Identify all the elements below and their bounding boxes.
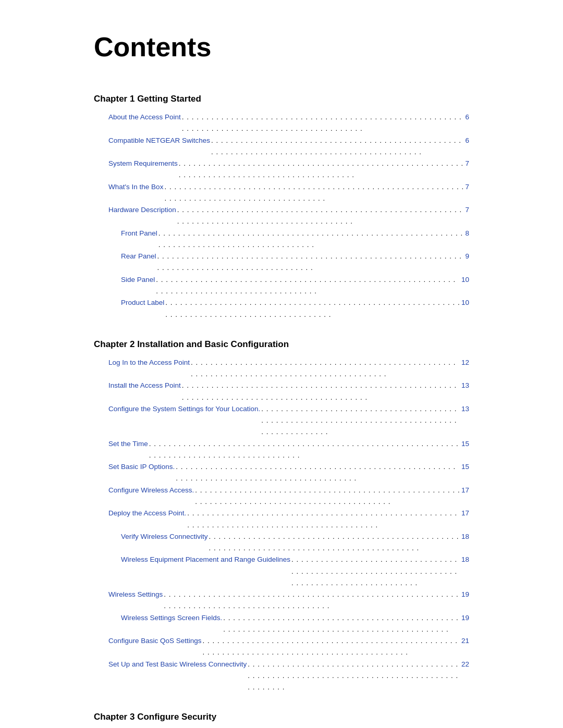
toc-entry-label[interactable]: Side Panel <box>121 274 155 286</box>
toc-dots <box>164 589 460 612</box>
chapter-section-chapter1: Chapter 1 Getting StartedAbout the Acces… <box>94 94 469 320</box>
toc-dots <box>158 228 464 251</box>
toc-entry: Set Basic IP Options.15 <box>94 461 469 485</box>
chapter-section-chapter3: Chapter 3 Configure SecuritySecurity Pro… <box>94 712 469 728</box>
toc-entry: Log In to the Access Point12 <box>94 357 469 380</box>
toc-page-number: 13 <box>461 380 469 391</box>
toc-page-number: 15 <box>461 461 469 473</box>
toc-entry: Deploy the Access Point.17 <box>94 508 469 531</box>
toc-entry: Wireless Settings Screen Fields.19 <box>94 612 469 636</box>
toc-dots <box>191 357 460 380</box>
toc-entry: Configure Wireless Access.17 <box>94 485 469 508</box>
chapter-section-chapter2: Chapter 2 Installation and Basic Configu… <box>94 339 469 694</box>
toc-entry: Front Panel8 <box>94 228 469 251</box>
toc-page-number: 6 <box>465 112 469 123</box>
chapter-heading-chapter1: Chapter 1 Getting Started <box>94 94 469 104</box>
toc-dots <box>164 181 464 205</box>
toc-entry: Rear Panel9 <box>94 251 469 274</box>
toc-dots <box>179 158 464 181</box>
toc-entry: Install the Access Point13 <box>94 380 469 403</box>
toc-dots <box>211 135 464 158</box>
toc-entry: What's In the Box7 <box>94 181 469 205</box>
toc-entry: Wireless Settings19 <box>94 589 469 612</box>
toc-entry-label[interactable]: About the Access Point <box>108 112 181 123</box>
toc-entry: Hardware Description7 <box>94 204 469 228</box>
toc-page-number: 19 <box>461 612 469 624</box>
toc-page-number: 7 <box>465 181 469 193</box>
toc-entry-label[interactable]: Log In to the Access Point <box>108 357 190 368</box>
toc-dots <box>195 485 460 508</box>
toc-entry-label[interactable]: Hardware Description <box>108 204 176 216</box>
toc-entry-label[interactable]: Product Label <box>121 297 164 309</box>
toc-page-number: 10 <box>461 274 469 286</box>
toc-entry: Configure the System Settings for Your L… <box>94 403 469 438</box>
toc-entry: Compatible NETGEAR Switches6 <box>94 135 469 158</box>
chapter-heading-chapter2: Chapter 2 Installation and Basic Configu… <box>94 339 469 350</box>
toc-entry-label[interactable]: Set the Time <box>108 438 148 450</box>
toc-page-number: 21 <box>461 635 469 647</box>
toc-dots <box>149 438 460 462</box>
chapter-heading-chapter3: Chapter 3 Configure Security <box>94 712 469 722</box>
toc-entry-label[interactable]: Install the Access Point <box>108 380 181 391</box>
toc-entry-label[interactable]: Wireless Settings <box>108 589 163 600</box>
toc-entry: Set the Time15 <box>94 438 469 462</box>
toc-entry-label[interactable]: Front Panel <box>121 228 157 239</box>
toc-dots <box>248 659 460 694</box>
toc-dots <box>291 554 460 589</box>
toc-dots <box>182 112 464 135</box>
toc-page-number: 17 <box>461 485 469 496</box>
toc-entry: Wireless Equipment Placement and Range G… <box>94 554 469 589</box>
page-container: Contents Chapter 1 Getting StartedAbout … <box>0 0 563 728</box>
toc-entry-label[interactable]: Deploy the Access Point. <box>108 508 186 519</box>
toc-entry-label[interactable]: Wireless Equipment Placement and Range G… <box>121 554 290 565</box>
toc-entry-label[interactable]: System Requirements <box>108 158 178 169</box>
toc-dots <box>261 403 460 438</box>
toc-dots <box>165 297 460 320</box>
toc-entry-label[interactable]: Verify Wireless Connectivity <box>121 531 208 542</box>
toc-entry-label[interactable]: Configure Basic QoS Settings <box>108 635 202 647</box>
toc-page-number: 7 <box>465 158 469 169</box>
toc-dots <box>177 204 464 228</box>
toc-page-number: 10 <box>461 297 469 309</box>
toc-entry: Product Label10 <box>94 297 469 320</box>
toc-page-number: 15 <box>461 438 469 450</box>
toc-page-number: 12 <box>461 357 469 368</box>
page-title: Contents <box>94 31 469 63</box>
toc-entry-label[interactable]: Configure Wireless Access. <box>108 485 194 496</box>
toc-page-number: 9 <box>465 251 469 262</box>
toc-page-number: 17 <box>461 508 469 519</box>
toc-dots <box>203 635 460 659</box>
toc-page-number: 6 <box>465 135 469 146</box>
toc-dots <box>156 274 460 298</box>
toc-page-number: 8 <box>465 228 469 239</box>
toc-dots <box>223 612 460 636</box>
toc-dots <box>157 251 464 274</box>
toc-entry: Side Panel10 <box>94 274 469 298</box>
toc-entry-label[interactable]: Set Basic IP Options. <box>108 461 175 473</box>
toc-entry-label[interactable]: What's In the Box <box>108 181 163 193</box>
toc-page-number: 18 <box>461 554 469 565</box>
toc-dots <box>209 531 460 554</box>
toc-entry-label[interactable]: Set Up and Test Basic Wireless Connectiv… <box>108 659 247 670</box>
toc-entry: System Requirements7 <box>94 158 469 181</box>
toc-entry-label[interactable]: Configure the System Settings for Your L… <box>108 403 260 415</box>
toc-content: Chapter 1 Getting StartedAbout the Acces… <box>94 94 469 728</box>
toc-page-number: 19 <box>461 589 469 600</box>
toc-page-number: 18 <box>461 531 469 542</box>
toc-dots <box>187 508 460 531</box>
toc-dots <box>176 461 460 485</box>
toc-entry: Configure Basic QoS Settings21 <box>94 635 469 659</box>
toc-entry: About the Access Point6 <box>94 112 469 135</box>
toc-page-number: 7 <box>465 204 469 216</box>
toc-page-number: 22 <box>461 659 469 670</box>
toc-entry-label[interactable]: Wireless Settings Screen Fields. <box>121 612 222 624</box>
toc-page-number: 13 <box>461 403 469 415</box>
toc-dots <box>182 380 460 403</box>
toc-entry-label[interactable]: Compatible NETGEAR Switches <box>108 135 210 146</box>
toc-entry-label[interactable]: Rear Panel <box>121 251 156 262</box>
toc-entry: Verify Wireless Connectivity18 <box>94 531 469 554</box>
toc-entry: Set Up and Test Basic Wireless Connectiv… <box>94 659 469 694</box>
